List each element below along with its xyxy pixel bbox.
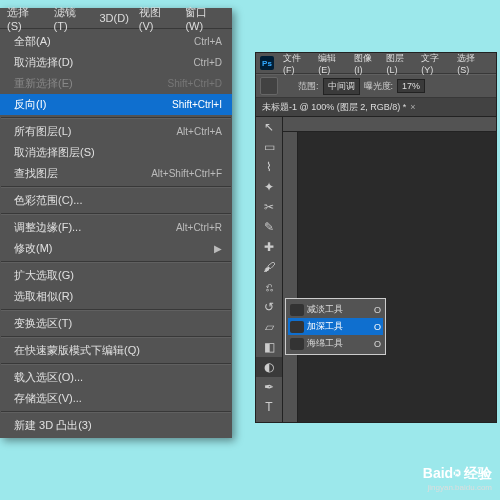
menu-item-label: 新建 3D 凸出(3) bbox=[14, 418, 92, 433]
menu-item[interactable]: 取消选择(D)Ctrl+D bbox=[0, 52, 232, 73]
watermark-url: jingyan.baidu.com bbox=[423, 483, 492, 492]
menubar-item[interactable]: 滤镜(T) bbox=[49, 5, 95, 32]
lasso-tool-icon[interactable]: ⌇ bbox=[256, 157, 282, 177]
menu-item[interactable]: 调整边缘(F)...Alt+Ctrl+R bbox=[0, 217, 232, 238]
document-title: 未标题-1 @ 100% (图层 2, RGB/8) * bbox=[262, 101, 406, 114]
menu-item[interactable]: 全部(A)Ctrl+A bbox=[0, 31, 232, 52]
menu-shortcut: Alt+Ctrl+A bbox=[176, 126, 222, 137]
menu-item[interactable]: 变换选区(T) bbox=[0, 313, 232, 334]
menubar-item[interactable]: 窗口(W) bbox=[180, 5, 230, 32]
ruler-horizontal bbox=[283, 117, 496, 132]
close-icon[interactable]: × bbox=[410, 102, 415, 112]
sponge-icon bbox=[290, 338, 304, 350]
menu-item[interactable]: 存储选区(V)... bbox=[0, 388, 232, 409]
ruler-vertical bbox=[283, 132, 298, 422]
tool-flyout-popup: 减淡工具O 加深工具O 海绵工具O bbox=[285, 298, 386, 355]
ps-menu-item[interactable]: 文件(F) bbox=[280, 52, 315, 75]
menu-item[interactable]: 在快速蒙版模式下编辑(Q) bbox=[0, 340, 232, 361]
wand-tool-icon[interactable]: ✦ bbox=[256, 177, 282, 197]
menu-item-label: 选取相似(R) bbox=[14, 289, 73, 304]
range-select[interactable]: 中间调 bbox=[323, 78, 360, 95]
menu-item-label: 取消选择图层(S) bbox=[14, 145, 95, 160]
menu-shortcut: Shift+Ctrl+I bbox=[172, 99, 222, 110]
canvas-area bbox=[283, 117, 496, 422]
select-dropdown: 全部(A)Ctrl+A取消选择(D)Ctrl+D重新选择(E)Shift+Ctr… bbox=[0, 29, 232, 438]
menu-item-label: 修改(M) bbox=[14, 241, 53, 256]
eyedropper-tool-icon[interactable]: ✎ bbox=[256, 217, 282, 237]
menu-item-label: 查找图层 bbox=[14, 166, 58, 181]
menu-shortcut: Ctrl+D bbox=[193, 57, 222, 68]
menu-item-label: 取消选择(D) bbox=[14, 55, 73, 70]
menu-shortcut: Alt+Ctrl+R bbox=[176, 222, 222, 233]
menu-item-label: 变换选区(T) bbox=[14, 316, 72, 331]
dodge-icon bbox=[290, 304, 304, 316]
menu-separator bbox=[1, 117, 231, 119]
ps-menubar: 文件(F) 编辑(E) 图像(I) 图层(L) 文字(Y) 选择(S) bbox=[278, 54, 492, 72]
menu-item[interactable]: 取消选择图层(S) bbox=[0, 142, 232, 163]
menu-item[interactable]: 修改(M)▶ bbox=[0, 238, 232, 259]
crop-tool-icon[interactable]: ✂ bbox=[256, 197, 282, 217]
menu-shortcut: Alt+Shift+Ctrl+F bbox=[151, 168, 222, 179]
menu-separator bbox=[1, 213, 231, 215]
menu-item-label: 扩大选取(G) bbox=[14, 268, 74, 283]
tool-flyout-dodge[interactable]: 减淡工具O bbox=[288, 301, 383, 318]
tool-flyout-burn[interactable]: 加深工具O bbox=[288, 318, 383, 335]
menu-separator bbox=[1, 309, 231, 311]
document-tab[interactable]: 未标题-1 @ 100% (图层 2, RGB/8) * × bbox=[256, 98, 496, 117]
eraser-tool-icon[interactable]: ▱ bbox=[256, 317, 282, 337]
range-label: 范围: bbox=[298, 80, 319, 93]
exposure-value[interactable]: 17% bbox=[397, 79, 425, 93]
menu-item-label: 调整边缘(F)... bbox=[14, 220, 81, 235]
pen-tool-icon[interactable]: ✒ bbox=[256, 377, 282, 397]
type-tool-icon[interactable]: T bbox=[256, 397, 282, 417]
menubar-item[interactable]: 视图(V) bbox=[134, 5, 181, 32]
menu-item[interactable]: 重新选择(E)Shift+Ctrl+D bbox=[0, 73, 232, 94]
menu-item-label: 所有图层(L) bbox=[14, 124, 71, 139]
burn-icon bbox=[290, 321, 304, 333]
menu-item-label: 存储选区(V)... bbox=[14, 391, 82, 406]
exposure-label: 曝光度: bbox=[364, 80, 394, 93]
menu-separator bbox=[1, 336, 231, 338]
watermark-logo: Baidు 经验 bbox=[423, 465, 492, 483]
menu-item[interactable]: 色彩范围(C)... bbox=[0, 190, 232, 211]
menubar-item[interactable]: 3D(D) bbox=[95, 12, 134, 24]
stamp-tool-icon[interactable]: ⎌ bbox=[256, 277, 282, 297]
menu-item-label: 在快速蒙版模式下编辑(Q) bbox=[14, 343, 140, 358]
menu-shortcut: Shift+Ctrl+D bbox=[168, 78, 222, 89]
menu-item-label: 载入选区(O)... bbox=[14, 370, 83, 385]
submenu-arrow-icon: ▶ bbox=[214, 243, 222, 254]
menu-item-label: 全部(A) bbox=[14, 34, 51, 49]
gradient-tool-icon[interactable]: ◧ bbox=[256, 337, 282, 357]
canvas[interactable] bbox=[298, 132, 496, 422]
dodge-tool-icon[interactable]: ◐ bbox=[256, 357, 282, 377]
brush-tool-icon[interactable]: 🖌 bbox=[256, 257, 282, 277]
history-tool-icon[interactable]: ↺ bbox=[256, 297, 282, 317]
healing-tool-icon[interactable]: ✚ bbox=[256, 237, 282, 257]
menubar-item[interactable]: 选择(S) bbox=[2, 5, 49, 32]
ps-menu-item[interactable]: 图像(I) bbox=[351, 52, 383, 75]
menu-item[interactable]: 扩大选取(G) bbox=[0, 265, 232, 286]
menu-item[interactable]: 选取相似(R) bbox=[0, 286, 232, 307]
menu-item-label: 反向(I) bbox=[14, 97, 46, 112]
photoshop-window: Ps 文件(F) 编辑(E) 图像(I) 图层(L) 文字(Y) 选择(S) 范… bbox=[255, 52, 497, 423]
app-menubar: 选择(S) 滤镜(T) 3D(D) 视图(V) 窗口(W) bbox=[0, 8, 232, 29]
ps-menu-item[interactable]: 编辑(E) bbox=[315, 52, 351, 75]
ps-menu-item[interactable]: 选择(S) bbox=[454, 52, 490, 75]
current-tool-icon[interactable] bbox=[260, 77, 278, 95]
marquee-tool-icon[interactable]: ▭ bbox=[256, 137, 282, 157]
workspace: ↖ ▭ ⌇ ✦ ✂ ✎ ✚ 🖌 ⎌ ↺ ▱ ◧ ◐ ✒ T 减淡工具O 加深工具… bbox=[256, 117, 496, 422]
menu-item[interactable]: 查找图层Alt+Shift+Ctrl+F bbox=[0, 163, 232, 184]
tool-flyout-sponge[interactable]: 海绵工具O bbox=[288, 335, 383, 352]
ps-menu-item[interactable]: 图层(L) bbox=[383, 52, 418, 75]
menu-item[interactable]: 所有图层(L)Alt+Ctrl+A bbox=[0, 121, 232, 142]
menu-item[interactable]: 反向(I)Shift+Ctrl+I bbox=[0, 94, 232, 115]
move-tool-icon[interactable]: ↖ bbox=[256, 117, 282, 137]
select-menu-panel: 选择(S) 滤镜(T) 3D(D) 视图(V) 窗口(W) 全部(A)Ctrl+… bbox=[0, 8, 232, 438]
menu-item[interactable]: 载入选区(O)... bbox=[0, 367, 232, 388]
menu-separator bbox=[1, 411, 231, 413]
menu-separator bbox=[1, 186, 231, 188]
ps-menu-item[interactable]: 文字(Y) bbox=[418, 52, 454, 75]
menu-item[interactable]: 新建 3D 凸出(3) bbox=[0, 415, 232, 436]
ps-logo-icon: Ps bbox=[260, 56, 274, 70]
menu-shortcut: Ctrl+A bbox=[194, 36, 222, 47]
